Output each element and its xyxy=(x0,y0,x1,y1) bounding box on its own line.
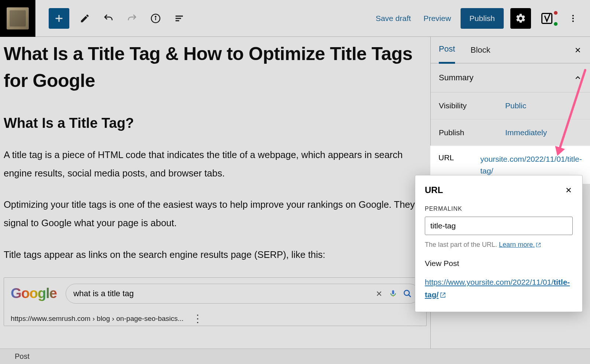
external-link-icon xyxy=(440,292,446,298)
url-popover: URL PERMALINK The last part of the URL. … xyxy=(415,175,583,312)
clear-icon xyxy=(375,290,383,298)
list-icon xyxy=(174,13,185,24)
outline-button[interactable] xyxy=(171,10,187,27)
redo-button[interactable] xyxy=(124,10,140,27)
sidebar-tabs: Post Block xyxy=(431,37,590,63)
gear-icon xyxy=(515,13,526,24)
tab-post[interactable]: Post xyxy=(439,44,455,64)
more-menu-button[interactable] xyxy=(565,10,581,27)
google-logo: Google xyxy=(11,286,57,301)
visibility-row[interactable]: Visibility Public xyxy=(431,92,590,119)
yoast-green-dot xyxy=(554,22,558,26)
view-post-link[interactable]: https://www.yoursite.com/2022/11/01/titl… xyxy=(425,276,573,301)
mic-icon xyxy=(389,290,397,298)
site-logo-button[interactable] xyxy=(0,0,35,37)
summary-label: Summary xyxy=(439,73,473,83)
plus-icon xyxy=(54,13,64,24)
visibility-label: Visibility xyxy=(439,101,505,110)
editor-canvas[interactable]: What Is a Title Tag & How to Optimize Ti… xyxy=(0,37,430,349)
permalink-help-text: The last part of the URL. Learn more. xyxy=(425,241,573,249)
url-label: URL xyxy=(438,153,480,176)
popover-title: URL xyxy=(425,185,443,195)
paragraph-block[interactable]: Title tags appear as links on the search… xyxy=(4,246,427,264)
svg-point-4 xyxy=(572,17,574,19)
close-icon xyxy=(574,46,582,54)
editor-top-toolbar: Save draft Preview Publish xyxy=(0,0,590,37)
settings-button[interactable] xyxy=(510,8,531,29)
paragraph-block[interactable]: A title tag is a piece of HTML code that… xyxy=(4,146,427,182)
view-post-label: View Post xyxy=(425,259,573,268)
tab-block[interactable]: Block xyxy=(471,45,490,63)
preview-link[interactable]: Preview xyxy=(420,10,454,27)
publish-value[interactable]: Immediately xyxy=(505,128,547,137)
publish-button[interactable]: Publish xyxy=(461,8,504,29)
serp-search-box xyxy=(66,284,420,304)
learn-more-link[interactable]: Learn more. xyxy=(499,241,541,248)
publish-row[interactable]: Publish Immediately xyxy=(431,119,590,146)
heading-block[interactable]: What Is a Title Tag? xyxy=(4,115,427,131)
close-popover-button[interactable] xyxy=(565,186,573,194)
edit-mode-button[interactable] xyxy=(77,10,93,27)
external-link-icon xyxy=(536,242,541,248)
redo-icon xyxy=(126,13,138,24)
post-title[interactable]: What Is a Title Tag & How to Optimize Ti… xyxy=(4,41,427,94)
yoast-icon xyxy=(541,12,555,25)
yoast-red-dot xyxy=(554,11,558,15)
site-thumbnail xyxy=(7,7,29,29)
save-draft-link[interactable]: Save draft xyxy=(373,10,414,27)
svg-point-6 xyxy=(404,290,409,295)
svg-point-5 xyxy=(572,20,574,22)
info-button[interactable] xyxy=(148,10,164,27)
pencil-icon xyxy=(80,13,90,24)
toolbar-right-group: Save draft Preview Publish xyxy=(373,8,590,29)
undo-icon xyxy=(103,13,114,24)
info-icon xyxy=(150,13,161,24)
publish-label: Publish xyxy=(439,128,505,137)
svg-point-3 xyxy=(572,15,574,16)
summary-section-header[interactable]: Summary xyxy=(431,63,590,92)
serp-query-input xyxy=(73,289,369,298)
breadcrumb-item[interactable]: Post xyxy=(15,352,30,361)
add-block-button[interactable] xyxy=(49,8,69,29)
permalink-label: PERMALINK xyxy=(425,206,573,212)
toolbar-left-group xyxy=(49,8,187,29)
svg-point-1 xyxy=(155,16,156,17)
serp-result-url: https://www.semrush.com › blog › on-page… xyxy=(11,315,420,323)
paragraph-block[interactable]: Optimizing your title tags is one of the… xyxy=(4,196,427,232)
more-vertical-icon xyxy=(568,14,578,23)
close-sidebar-button[interactable] xyxy=(574,46,582,54)
undo-button[interactable] xyxy=(100,10,117,27)
block-breadcrumb[interactable]: Post xyxy=(0,349,590,364)
search-icon xyxy=(403,289,412,298)
image-block-serp[interactable]: Google https://www.semrush.com › blog › … xyxy=(4,277,427,326)
visibility-value[interactable]: Public xyxy=(505,101,526,110)
close-icon xyxy=(565,186,573,194)
url-value[interactable]: yoursite.com/2022/11/01/title-tag/ xyxy=(480,153,582,176)
yoast-button[interactable] xyxy=(538,8,558,29)
permalink-input[interactable] xyxy=(425,217,573,235)
